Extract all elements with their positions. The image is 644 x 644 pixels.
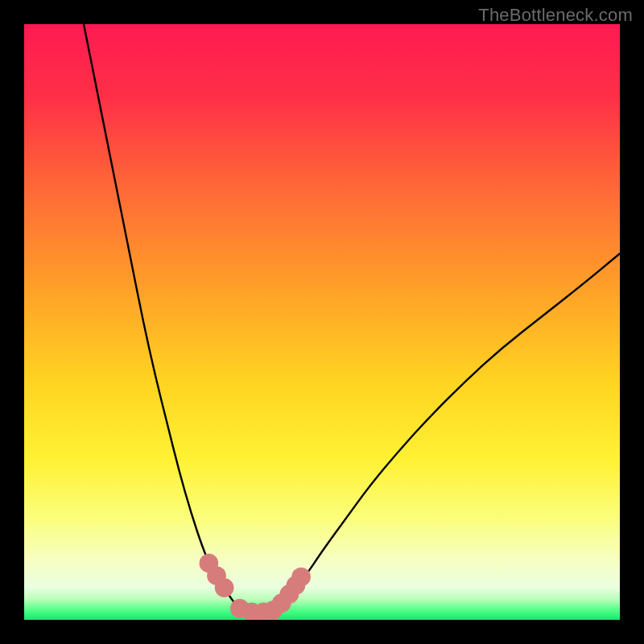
bottleneck-curve	[84, 24, 620, 613]
chart-frame: TheBottleneck.com	[0, 0, 644, 644]
curve-layer	[24, 24, 620, 620]
plot-area	[24, 24, 620, 620]
data-marker	[291, 568, 311, 587]
watermark-text: TheBottleneck.com	[478, 5, 633, 26]
data-marker	[215, 578, 234, 597]
